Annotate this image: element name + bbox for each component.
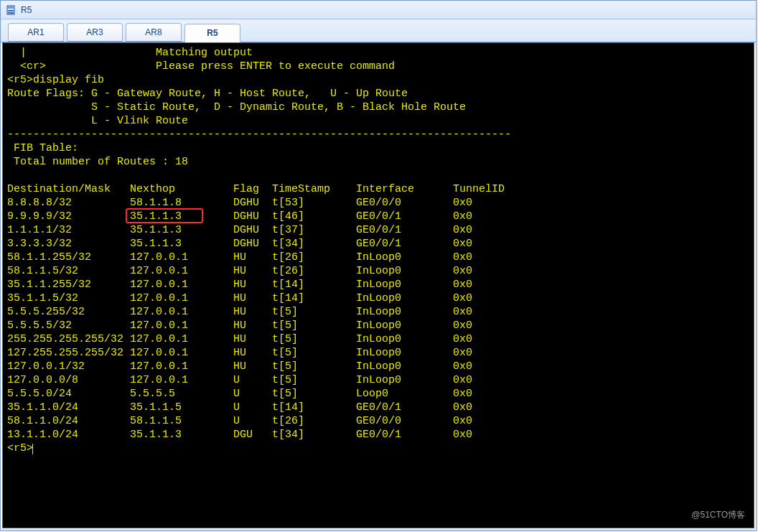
app-icon [5,4,17,16]
window-title: R5 [21,5,32,15]
tab-ar1[interactable]: AR1 [8,23,64,42]
tab-strip: AR1AR3AR8R5 [1,19,756,42]
tab-ar3[interactable]: AR3 [67,23,123,42]
title-bar[interactable]: R5 [1,1,756,19]
app-window: R5 AR1AR3AR8R5 | Matching output <cr> Pl… [0,0,757,531]
tab-r5[interactable]: R5 [184,24,240,42]
highlight-box [126,208,203,223]
terminal-wrap: | Matching output <cr> Please press ENTE… [2,42,754,528]
watermark: @51CTO博客 [691,508,745,522]
terminal[interactable]: | Matching output <cr> Please press ENTE… [3,43,754,528]
tab-ar8[interactable]: AR8 [126,23,182,42]
